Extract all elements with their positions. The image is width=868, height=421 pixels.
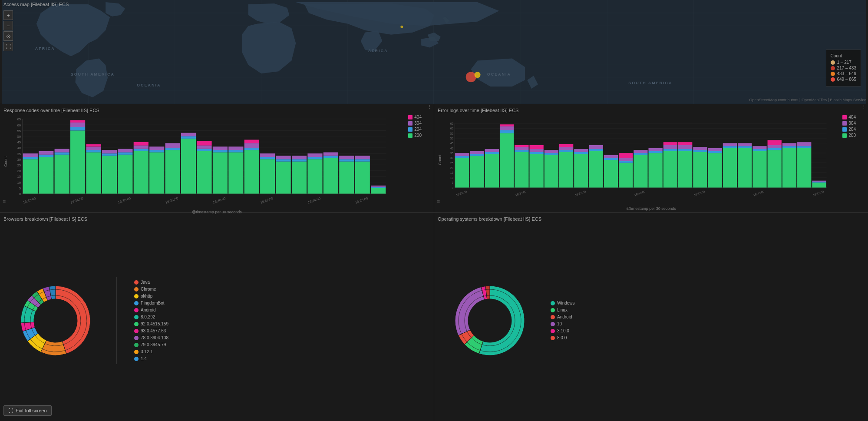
donut-legend-label: 8.0.0 (557, 335, 567, 340)
svg-rect-173 (470, 151, 484, 154)
svg-text:20: 20 (450, 166, 454, 169)
svg-rect-72 (86, 144, 101, 146)
map-title: Access map [Filebeat IIS] ECS (3, 2, 69, 7)
svg-rect-123 (339, 156, 354, 159)
svg-text:SOUTH AMERICA: SOUTH AMERICA (71, 72, 115, 76)
svg-text:16:42:00: 16:42:00 (260, 196, 274, 205)
legend-item-3: 433 – 649 (831, 71, 857, 76)
svg-rect-88 (165, 143, 180, 148)
scrollbar-icon-1[interactable]: ≡ (3, 199, 6, 205)
svg-rect-222 (678, 142, 692, 145)
error-legend-sq-200 (842, 133, 847, 138)
svg-rect-66 (70, 127, 85, 131)
error-chart-menu-icon[interactable]: ⋮ (861, 104, 866, 110)
svg-text:10: 10 (450, 176, 454, 179)
svg-rect-170 (455, 153, 469, 156)
donut-legend-item: okhttp (134, 294, 168, 298)
response-chart-area: Count 0510152025303540455055606516:33:00… (3, 115, 430, 209)
svg-rect-210 (634, 153, 647, 155)
svg-text:16:42:00: 16:42:00 (693, 190, 705, 197)
svg-text:16:37:00: 16:37:00 (574, 190, 586, 197)
svg-rect-73 (102, 156, 117, 194)
svg-rect-213 (648, 151, 662, 153)
legend-item-2: 217 – 433 (831, 66, 857, 70)
legend-dot-2 (831, 66, 835, 70)
scrollbar-icon-2[interactable]: ≡ (437, 199, 440, 205)
browsers-donut-area (12, 277, 99, 364)
svg-rect-113 (292, 159, 307, 161)
svg-rect-246 (797, 146, 811, 148)
svg-rect-248 (812, 182, 826, 187)
svg-rect-207 (619, 158, 633, 161)
svg-rect-172 (470, 154, 484, 156)
svg-rect-185 (529, 154, 543, 187)
svg-rect-56 (23, 159, 38, 193)
svg-rect-216 (663, 149, 677, 151)
svg-point-24 (475, 72, 481, 78)
donut-legend-dot (134, 343, 139, 347)
svg-text:16:45:00: 16:45:00 (753, 190, 765, 197)
svg-rect-227 (708, 151, 722, 153)
donut-legend-dot (551, 301, 555, 305)
donut-legend-label: 3.12.1 (141, 349, 153, 354)
svg-rect-220 (678, 149, 692, 151)
donut-legend-dot (551, 308, 555, 312)
svg-rect-94 (197, 146, 211, 149)
donut-legend-item: 93.0.4577.63 (134, 328, 168, 333)
svg-text:20: 20 (17, 169, 21, 173)
svg-rect-102 (244, 150, 259, 193)
svg-rect-169 (455, 156, 469, 158)
svg-rect-93 (197, 149, 211, 151)
donut-legend-item: 8.0.0 (551, 335, 575, 340)
svg-rect-176 (485, 149, 499, 152)
svg-rect-77 (118, 152, 132, 155)
svg-rect-74 (102, 153, 117, 156)
svg-point-23 (466, 72, 476, 82)
error-legend-200: 200 (842, 133, 856, 138)
donut-legend-label: 79.0.3945.79 (141, 342, 166, 347)
donut-legend-label: Chrome (141, 287, 156, 292)
svg-rect-175 (485, 152, 499, 154)
map-section: Access map [Filebeat IIS] ECS ⛶ + − ⊙ ⛶ (0, 0, 868, 104)
error-chart-title: Error logs over time [Filebeat IIS] ECS (438, 108, 865, 113)
reset-view-button[interactable]: ⊙ (3, 31, 13, 41)
svg-text:65: 65 (450, 122, 454, 125)
svg-rect-189 (545, 155, 558, 188)
svg-rect-225 (693, 147, 707, 150)
error-legend-sq-304 (842, 121, 847, 126)
exit-fullscreen-button[interactable]: ⛶ Exit full screen (3, 405, 52, 416)
donut-legend-item: 3.10.0 (551, 328, 575, 333)
svg-rect-174 (485, 154, 499, 187)
donut-legend-dot (551, 336, 555, 340)
svg-rect-186 (529, 152, 543, 154)
svg-rect-64 (55, 149, 69, 152)
donut-legend-label: okhttp (141, 294, 152, 298)
svg-rect-191 (545, 150, 558, 153)
svg-rect-206 (619, 161, 633, 163)
divider (116, 277, 117, 364)
svg-rect-95 (197, 141, 211, 146)
svg-text:10: 10 (17, 181, 21, 185)
donut-legend-item: 92.0.4515.159 (134, 322, 168, 326)
os-donut-svg (446, 277, 533, 364)
zoom-in-button[interactable]: + (3, 10, 13, 20)
error-legend-sq-204 (842, 127, 847, 132)
response-chart-menu-icon[interactable]: ⋮ (427, 104, 432, 110)
map-legend-title: Count (831, 53, 857, 58)
svg-rect-83 (149, 152, 164, 194)
donut-legend-dot (134, 336, 139, 340)
error-chart-legend: 404 304 204 200 (842, 115, 856, 138)
response-chart-footer: @timestamp per 30 seconds (3, 210, 430, 214)
os-title: Operating systems breakdown [Filebeat II… (438, 216, 865, 222)
map-fullscreen-button[interactable]: ⛶ (3, 42, 13, 51)
svg-rect-187 (529, 149, 543, 152)
svg-rect-129 (371, 186, 386, 187)
legend-404: 404 (408, 115, 422, 119)
svg-text:16:40:00: 16:40:00 (212, 196, 227, 205)
svg-rect-86 (165, 150, 180, 193)
svg-text:45: 45 (17, 140, 21, 144)
svg-rect-224 (693, 150, 707, 152)
svg-text:16:33:00: 16:33:00 (23, 196, 37, 205)
zoom-out-button[interactable]: − (3, 21, 13, 30)
svg-rect-219 (678, 151, 692, 188)
